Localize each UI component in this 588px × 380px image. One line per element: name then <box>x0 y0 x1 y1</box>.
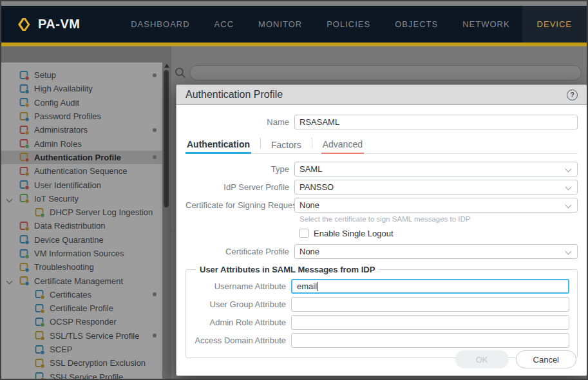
chevron-down-icon <box>565 249 572 255</box>
type-row: Type SAML <box>185 162 578 176</box>
admin-role-attribute-label: Admin Role Attribute <box>189 318 291 327</box>
pa-vm-logo-icon <box>15 16 32 33</box>
ok-button[interactable]: OK <box>455 350 509 368</box>
user-group-attribute-row: User Group Attribute <box>189 297 569 312</box>
username-attribute-row: Username Attributeemail <box>189 279 569 294</box>
admin-role-attribute-row: Admin Role Attribute <box>189 315 569 330</box>
tab-factors[interactable]: Factors <box>270 140 303 154</box>
chevron-down-icon <box>565 166 572 173</box>
nav-item-device[interactable]: DEVICE <box>522 6 587 43</box>
nav-item-objects[interactable]: OBJECTS <box>383 6 450 43</box>
enable-single-logout-label: Enable Single Logout <box>314 229 394 238</box>
certificate-for-signing-row: Certificate for Signing Requests None <box>185 198 578 213</box>
tab-authentication[interactable]: Authentication <box>185 139 251 154</box>
certificate-for-signing-select[interactable]: None <box>294 198 578 213</box>
chevron-down-icon <box>565 184 572 191</box>
enable-single-logout-checkbox[interactable] <box>299 229 308 238</box>
app-window: PA-VM DASHBOARDACCMONITORPOLICIESOBJECTS… <box>0 0 588 380</box>
name-label: Name <box>185 117 294 127</box>
type-label: Type <box>185 164 294 174</box>
access-domain-attribute-label: Access Domain Attribute <box>189 336 291 345</box>
help-icon[interactable]: ? <box>567 90 578 100</box>
brand: PA-VM <box>1 16 119 33</box>
user-attributes-legend: User Attributes in SAML Messages from ID… <box>196 265 379 274</box>
certificate-for-signing-label: Certificate for Signing Requests <box>185 200 294 210</box>
certificate-profile-row: Certificate Profile None <box>185 244 578 259</box>
dialog-footer: OK Cancel <box>455 350 576 368</box>
nav-item-policies[interactable]: POLICIES <box>314 6 383 43</box>
type-select[interactable]: SAML <box>294 162 578 176</box>
idp-server-profile-row: IdP Server Profile PANSSO <box>185 180 578 195</box>
dialog-title: Authentication Profile <box>185 89 567 100</box>
tab-advanced[interactable]: Advanced <box>321 139 364 154</box>
name-row: Name RSASAML <box>185 115 578 129</box>
idp-server-profile-label: IdP Server Profile <box>185 182 294 192</box>
authentication-profile-dialog: Authentication Profile ? Name RSASAML Au… <box>176 84 587 376</box>
type-value: SAML <box>299 164 322 174</box>
username-attribute-label: Username Attribute <box>189 281 291 291</box>
name-input[interactable]: RSASAML <box>294 115 578 129</box>
dialog-titlebar: Authentication Profile ? <box>176 85 587 105</box>
user-group-attribute-label: User Group Attribute <box>189 299 291 309</box>
admin-role-attribute-input[interactable] <box>291 315 569 330</box>
access-domain-attribute-input[interactable] <box>291 333 569 348</box>
nav-item-monitor[interactable]: MONITOR <box>246 6 314 43</box>
dialog-tabs: Authentication Factors Advanced <box>185 138 578 154</box>
tab-separator <box>312 138 312 148</box>
dialog-body: Name RSASAML Authentication Factors Adva… <box>176 105 587 376</box>
top-strip <box>1 1 587 6</box>
nav-item-acc[interactable]: ACC <box>202 6 246 43</box>
access-domain-attribute-row: Access Domain Attribute <box>189 333 569 348</box>
nav-menu: DASHBOARDACCMONITORPOLICIESOBJECTSNETWOR… <box>119 6 587 43</box>
certificate-helper-text: Select the certificate to sign SAML mess… <box>299 215 578 223</box>
nav-item-dashboard[interactable]: DASHBOARD <box>119 6 202 43</box>
idp-server-profile-value: PANSSO <box>299 182 334 192</box>
cancel-button[interactable]: Cancel <box>516 350 576 368</box>
text-caret <box>318 282 318 291</box>
brand-name: PA-VM <box>38 17 80 32</box>
user-group-attribute-input[interactable] <box>291 297 569 312</box>
certificate-for-signing-value: None <box>299 200 319 210</box>
chevron-down-icon <box>565 202 572 209</box>
certificate-profile-select[interactable]: None <box>294 244 578 259</box>
user-attributes-group: User Attributes in SAML Messages from ID… <box>185 265 578 358</box>
certificate-profile-label: Certificate Profile <box>185 247 294 256</box>
certificate-profile-value: None <box>299 247 319 256</box>
input-value: email <box>297 281 317 291</box>
enable-single-logout-row: Enable Single Logout <box>299 227 578 239</box>
top-nav: PA-VM DASHBOARDACCMONITORPOLICIESOBJECTS… <box>1 6 587 43</box>
idp-server-profile-select[interactable]: PANSSO <box>294 180 578 195</box>
nav-item-network[interactable]: NETWORK <box>450 6 522 43</box>
username-attribute-input[interactable]: email <box>291 279 569 294</box>
tab-separator <box>260 138 261 148</box>
name-value: RSASAML <box>299 117 339 127</box>
